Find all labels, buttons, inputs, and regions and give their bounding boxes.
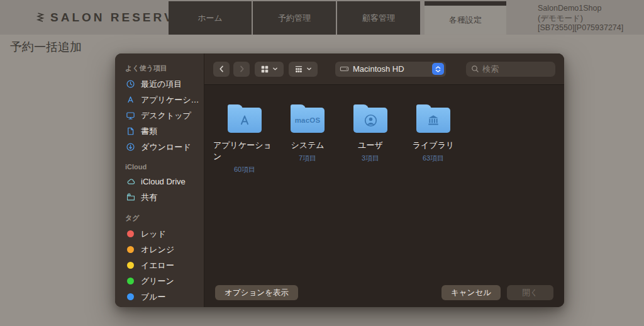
sidebar-tag-red[interactable]: レッド bbox=[125, 226, 200, 242]
shop-ids: [SB73550][P075937274] bbox=[538, 23, 623, 33]
download-icon bbox=[125, 142, 136, 152]
sidebar-item-label: iCloud Drive bbox=[141, 177, 186, 186]
sidebar-section-favorites: よく使う項目 bbox=[125, 64, 200, 73]
sidebar-item-label: パープル bbox=[141, 307, 174, 308]
tag-color-dot bbox=[125, 292, 136, 302]
app-header: SALON RESERVE ホーム 予約管理 顧客管理 各種設定 SalonDe… bbox=[0, 0, 644, 35]
harddrive-icon bbox=[340, 64, 349, 74]
sidebar-item-documents[interactable]: 書類 bbox=[125, 123, 200, 139]
tag-color-dot bbox=[125, 261, 136, 271]
shop-info: SalonDemo1Shop (デモモード) [SB73550][P075937… bbox=[538, 4, 623, 33]
group-view-button[interactable] bbox=[289, 62, 318, 77]
sidebar-item-label: デスクトップ bbox=[141, 110, 191, 121]
finder-main: Macintosh HD アプリケーション 6 bbox=[204, 53, 564, 307]
back-button[interactable] bbox=[213, 62, 230, 77]
sidebar-item-icloud-drive[interactable]: iCloud Drive bbox=[125, 174, 200, 189]
sidebar-item-label: グリーン bbox=[141, 276, 174, 287]
sidebar-item-label: 最近の項目 bbox=[141, 79, 182, 90]
forward-button[interactable] bbox=[233, 62, 250, 77]
shop-mode: (デモモード) bbox=[538, 14, 623, 24]
sidebar-tag-green[interactable]: グリーン bbox=[125, 273, 200, 289]
logo-zigzag-icon bbox=[36, 12, 45, 23]
appstore-glyph-icon bbox=[238, 113, 252, 127]
folder-item-count: 7項目 bbox=[299, 154, 316, 163]
folder-grid: アプリケーション 60項目 macOS システム 7項目 ユーザ bbox=[204, 85, 564, 278]
folder-users[interactable]: ユーザ 3項目 bbox=[339, 108, 402, 163]
sidebar-item-label: レッド bbox=[141, 228, 166, 240]
folder-icon bbox=[228, 108, 262, 133]
sidebar-tag-purple[interactable]: パープル bbox=[125, 305, 200, 307]
folder-library[interactable]: ライブラリ 63項目 bbox=[402, 108, 465, 163]
folder-name: アプリケーション bbox=[213, 140, 276, 162]
grid-view-icon bbox=[260, 65, 269, 74]
sidebar-section-tags: タグ bbox=[125, 213, 200, 223]
dropdown-updown-icon bbox=[432, 63, 444, 75]
group-view-icon bbox=[294, 65, 303, 74]
sidebar-tag-yellow[interactable]: イエロー bbox=[125, 257, 200, 273]
chevron-left-icon bbox=[218, 65, 226, 73]
cancel-button[interactable]: キャンセル bbox=[441, 285, 501, 300]
appstore-icon bbox=[125, 95, 136, 105]
sidebar-item-label: 共有 bbox=[141, 192, 157, 203]
sidebar-item-label: オレンジ bbox=[141, 244, 174, 256]
sidebar-item-recents[interactable]: 最近の項目 bbox=[125, 76, 200, 92]
cloud-icon bbox=[125, 177, 136, 187]
shared-folder-icon bbox=[125, 193, 136, 203]
tab-home[interactable]: ホーム bbox=[169, 1, 252, 35]
folder-item-count: 60項目 bbox=[234, 165, 255, 174]
sidebar-tag-blue[interactable]: ブルー bbox=[125, 289, 200, 305]
folder-item-count: 63項目 bbox=[423, 154, 444, 163]
folder-name: システム bbox=[291, 140, 324, 151]
sidebar-item-applications[interactable]: アプリケーシ… bbox=[125, 92, 200, 108]
salon-reserve-logo[interactable]: SALON RESERVE bbox=[36, 0, 185, 35]
icon-view-button[interactable] bbox=[255, 62, 284, 77]
folder-name: ライブラリ bbox=[413, 140, 455, 151]
sidebar-item-downloads[interactable]: ダウンロード bbox=[125, 139, 200, 155]
sidebar-item-label: ダウンロード bbox=[141, 142, 191, 153]
macos-glyph-text: macOS bbox=[295, 116, 321, 124]
tag-color-dot bbox=[125, 229, 136, 239]
chevron-down-icon bbox=[306, 66, 312, 72]
show-options-button[interactable]: オプションを表示 bbox=[215, 285, 298, 300]
shop-name: SalonDemo1Shop bbox=[538, 4, 623, 14]
clock-icon bbox=[125, 79, 136, 89]
file-open-dialog: よく使う項目 最近の項目 アプリケーシ… デスクトップ 書類 bbox=[115, 53, 564, 307]
sidebar-section-icloud: iCloud bbox=[125, 163, 200, 171]
folder-system[interactable]: macOS システム 7項目 bbox=[276, 108, 339, 163]
chevron-down-icon bbox=[272, 66, 278, 72]
search-input[interactable] bbox=[482, 64, 550, 74]
library-glyph-icon bbox=[426, 113, 440, 127]
sidebar-item-label: アプリケーシ… bbox=[141, 94, 199, 106]
folder-applications[interactable]: アプリケーション 60項目 bbox=[213, 108, 276, 174]
folder-icon bbox=[416, 108, 450, 133]
volume-label: Macintosh HD bbox=[353, 64, 428, 74]
dialog-toolbar: Macintosh HD bbox=[204, 53, 564, 85]
sidebar-item-label: ブルー bbox=[141, 291, 166, 303]
folder-name: ユーザ bbox=[358, 140, 383, 151]
document-icon bbox=[125, 126, 136, 137]
tab-reservations[interactable]: 予約管理 bbox=[253, 1, 336, 35]
desktop-icon bbox=[125, 111, 136, 121]
open-button[interactable]: 開く bbox=[507, 285, 553, 300]
logo-text: SALON RESERVE bbox=[50, 11, 185, 25]
volume-dropdown[interactable]: Macintosh HD bbox=[335, 62, 446, 77]
sidebar-item-label: 書類 bbox=[141, 126, 157, 137]
folder-icon bbox=[353, 108, 387, 133]
tag-color-dot bbox=[125, 245, 136, 255]
user-glyph-icon bbox=[364, 113, 378, 128]
tag-color-dot bbox=[125, 276, 136, 286]
finder-sidebar: よく使う項目 最近の項目 アプリケーシ… デスクトップ 書類 bbox=[115, 53, 204, 307]
tab-customers[interactable]: 顧客管理 bbox=[337, 1, 420, 35]
dialog-footer: オプションを表示 キャンセル 開く bbox=[204, 278, 564, 307]
sidebar-tag-orange[interactable]: オレンジ bbox=[125, 242, 200, 257]
tab-settings[interactable]: 各種設定 bbox=[425, 1, 506, 35]
page-title: 予約一括追加 bbox=[10, 39, 82, 55]
sidebar-item-shared[interactable]: 共有 bbox=[125, 189, 200, 205]
folder-item-count: 3項目 bbox=[362, 154, 379, 163]
search-field bbox=[466, 62, 555, 77]
folder-icon: macOS bbox=[291, 108, 325, 133]
sidebar-item-desktop[interactable]: デスクトップ bbox=[125, 108, 200, 123]
sidebar-item-label: イエロー bbox=[141, 260, 174, 271]
chevron-right-icon bbox=[238, 65, 246, 73]
main-nav-tabs: ホーム 予約管理 顧客管理 各種設定 bbox=[169, 1, 508, 35]
